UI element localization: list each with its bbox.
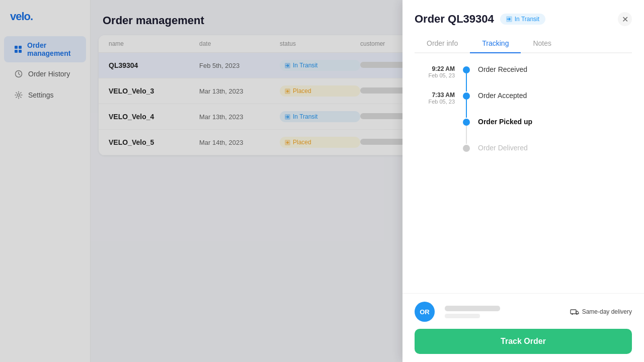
customer-avatar: OR <box>415 302 435 322</box>
timeline-connector <box>463 144 470 152</box>
timeline-dot <box>463 93 470 100</box>
tab-tracking[interactable]: Tracking <box>470 34 521 53</box>
customer-sub-blur <box>445 314 480 318</box>
timeline-item-accepted: 7:33 AM Feb 05, 23 Order Accepted <box>415 92 632 118</box>
panel-header: Order QL39304 In Transit ✕ <box>403 0 644 26</box>
timeline-content: Order Received <box>478 65 527 87</box>
timeline-content: Order Picked up <box>478 118 532 140</box>
timeline-connector <box>463 92 470 118</box>
svg-point-13 <box>576 313 578 315</box>
timeline-item-received: 9:22 AM Feb 05, 23 Order Received <box>415 65 632 92</box>
timeline-label-delivered: Order Delivered <box>478 144 528 152</box>
svg-rect-11 <box>571 310 576 314</box>
delivery-badge: Same-day delivery <box>570 307 632 316</box>
panel-status-badge: In Transit <box>500 14 545 25</box>
timeline-dot <box>463 145 470 152</box>
svg-point-12 <box>572 313 573 315</box>
panel-tabs: Order info Tracking Notes <box>415 34 632 53</box>
timeline-time-accepted: 7:33 AM Feb 05, 23 <box>415 92 455 105</box>
timeline-line <box>466 100 467 118</box>
order-detail-panel: Order QL39304 In Transit ✕ Order info Tr… <box>403 0 644 362</box>
tab-notes[interactable]: Notes <box>521 34 564 53</box>
timeline-connector <box>463 65 470 92</box>
delivery-label: Same-day delivery <box>582 308 632 315</box>
timeline-content: Order Accepted <box>478 92 527 114</box>
close-button[interactable]: ✕ <box>618 12 632 26</box>
timeline-line <box>466 73 467 92</box>
timeline-content: Order Delivered <box>478 144 528 166</box>
tab-order-info[interactable]: Order info <box>415 34 470 53</box>
timeline-label-accepted: Order Accepted <box>478 92 527 100</box>
timeline-dot <box>463 119 470 126</box>
panel-body: 9:22 AM Feb 05, 23 Order Received 7:33 A… <box>403 53 644 293</box>
timeline-label-pickedup: Order Picked up <box>478 118 532 126</box>
timeline-item-pickedup: Order Picked up <box>415 118 632 144</box>
customer-details <box>445 306 500 318</box>
panel-title: Order QL39304 <box>415 13 494 26</box>
timeline-connector <box>463 118 470 144</box>
timeline-time-received: 9:22 AM Feb 05, 23 <box>415 65 455 78</box>
panel-overlay: Order QL39304 In Transit ✕ Order info Tr… <box>0 0 644 362</box>
track-order-button[interactable]: Track Order <box>415 329 632 354</box>
customer-name-blur <box>445 306 500 311</box>
customer-info-row: OR Same-day delivery <box>415 302 632 322</box>
panel-title-row: Order QL39304 In Transit <box>415 13 545 26</box>
panel-footer: OR Same-day delivery Track O <box>403 293 644 362</box>
timeline-label-received: Order Received <box>478 65 527 73</box>
timeline-line <box>466 126 467 144</box>
timeline-item-delivered: Order Delivered <box>415 144 632 166</box>
timeline-dot <box>463 66 470 73</box>
tracking-timeline: 9:22 AM Feb 05, 23 Order Received 7:33 A… <box>415 65 632 166</box>
